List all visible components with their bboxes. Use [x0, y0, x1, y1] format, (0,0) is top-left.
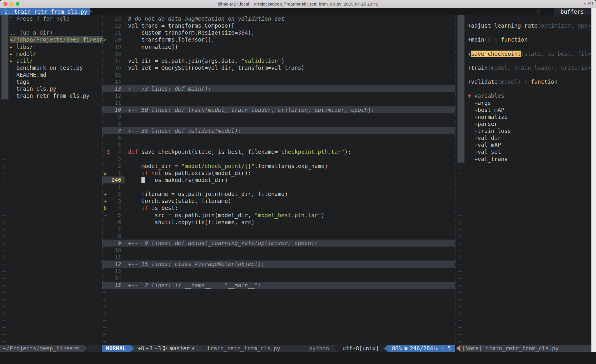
tree-item[interactable]: " Press ? for help	[0, 15, 101, 22]
tag-kind-header[interactable]: ▼ variables	[456, 92, 591, 99]
tag-function-item[interactable]: +train(model, train_loader, criterio>	[456, 64, 591, 71]
code-line[interactable]: 14	[102, 275, 455, 282]
window-separator-left[interactable]	[101, 15, 101, 345]
tree-item[interactable]: train_retr_from_cls.py	[0, 92, 101, 99]
code-line[interactable]: 11	[102, 254, 455, 260]
tree-item[interactable]: ▸ model/	[0, 50, 101, 57]
code-line[interactable]: 16val_set = QuerySet(root=val_dir, trans…	[102, 64, 455, 71]
code-line[interactable]: 14	[102, 78, 455, 85]
editor-panel[interactable]: 23# do not do data augmentation on valid…	[102, 15, 455, 345]
fold-summary[interactable]: +-- 2 lines: if __name__ == "__main__":	[128, 282, 261, 288]
tag-variable-item[interactable]: +val_dir	[456, 134, 591, 141]
chevron-right-icon[interactable]: ▸	[10, 44, 16, 50]
git-modified-count: ~3	[146, 345, 153, 352]
tab-train-retr-from-cls[interactable]: 1. train_retr_from_cls.py	[0, 8, 90, 15]
folded-code-line[interactable]: 12+-- 15 lines: class AverageMeter(objec…	[102, 260, 455, 267]
tree-item[interactable]: .. (up a dir)	[0, 29, 101, 36]
tree-item[interactable]: ▸ util/	[0, 57, 101, 64]
folded-code-line[interactable]: 13+-- 73 lines: def main():	[102, 85, 455, 92]
tree-item[interactable]: </jdhao/Projects/deep_firear>	[0, 36, 101, 43]
folded-code-line[interactable]: 15+-- 2 lines: if __name__ == "__main__"…	[102, 282, 455, 289]
code-line[interactable]: 15	[102, 71, 455, 78]
tag-variable-item[interactable]: +val_set	[456, 148, 591, 155]
fold-summary[interactable]: +-- 15 lines: class AverageMeter(object)…	[128, 261, 265, 267]
code-line[interactable]: 3	[102, 156, 455, 163]
code-line[interactable]: +3 torch.save(state, filename)	[102, 197, 455, 204]
code-line[interactable]: _34def save_checkpoint(state, is_best, f…	[102, 148, 455, 155]
terminal-scrollbar[interactable]	[591, 8, 596, 364]
tag-function-item[interactable]: +validate(model) : function	[456, 78, 591, 85]
empty-line-row: ~	[456, 204, 591, 211]
buffers-label[interactable]: buffers	[554, 8, 591, 15]
code-line[interactable]: 8	[102, 233, 455, 240]
tag-variable-item[interactable]: +val_trans	[456, 156, 591, 163]
gutter: 6	[102, 134, 125, 141]
gutter: 22	[102, 22, 125, 29]
code-text	[128, 268, 455, 275]
powerline-arrow-icon	[198, 345, 202, 352]
tree-item[interactable]: README.md	[0, 71, 101, 78]
empty-line-row: ~	[0, 120, 101, 127]
tree-item[interactable]: ▸ libs/	[0, 43, 101, 50]
tilde-marker: ~	[2, 268, 6, 274]
fold-summary[interactable]: +-- 35 lines: def validate(model):	[128, 128, 241, 134]
blank-row	[456, 15, 591, 22]
code-line[interactable]: 21 custom_transform.Resize(size=384),	[102, 29, 455, 36]
code-line[interactable]: 9	[102, 113, 455, 120]
tree-item[interactable]: tags	[0, 78, 101, 85]
code-line[interactable]: 13	[102, 268, 455, 275]
line-position: 246/284	[410, 345, 433, 352]
folded-code-line[interactable]: 10+-- 50 lines: def train(model, train_l…	[102, 106, 455, 113]
code-line[interactable]: ~5 src = os.path.join(model_dir, "model_…	[102, 212, 455, 219]
tree-item[interactable]: benchmark_on_test.py	[0, 64, 101, 71]
tilde-marker: ~	[2, 107, 6, 113]
code-line[interactable]: 10	[102, 247, 455, 254]
tag-variable-item[interactable]: +best_mAP	[456, 106, 591, 113]
code-line[interactable]: 8	[102, 120, 455, 127]
code-line[interactable]: 5	[102, 141, 455, 148]
tabline: 1. train_retr_from_cls.py buffers	[0, 8, 596, 15]
code-line[interactable]: 17val_dir = os.path.join(args.data, "val…	[102, 57, 455, 64]
chevron-right-icon[interactable]: ▸	[10, 51, 16, 57]
folded-code-line[interactable]: 7+-- 35 lines: def validate(model):	[102, 127, 455, 134]
code-line[interactable]: 23# do not do data augmentation on valid…	[102, 15, 455, 22]
tilde-marker: ~	[458, 303, 462, 309]
code-line[interactable]: 19 normalize])	[102, 43, 455, 50]
tag-variable-item[interactable]: +val_mAP	[456, 141, 591, 148]
tree-item[interactable]: train_cls.py	[0, 85, 101, 92]
code-line[interactable]: 1	[102, 183, 455, 190]
window-separator-right[interactable]	[455, 15, 455, 345]
code-line[interactable]: 6	[102, 134, 455, 141]
code-line[interactable]: 20 transforms.ToTensor(),	[102, 36, 455, 43]
indent-guide	[143, 219, 143, 226]
code-line[interactable]: 6 shutil.copyfile(filename, src)	[102, 219, 455, 226]
tag-variable-item[interactable]: +normalize	[456, 113, 591, 120]
tag-function-item[interactable]: +adjust_learning_rate(optimizer, epo>	[456, 22, 591, 29]
command-line[interactable]	[0, 352, 596, 364]
code-line[interactable]: +2 filename = os.path.join(model_dir, fi…	[102, 190, 455, 197]
tag-variable-item[interactable]: +args	[456, 99, 591, 106]
code-text	[128, 99, 455, 106]
fold-summary[interactable]: +-- 73 lines: def main():	[128, 85, 211, 92]
tag-function-item[interactable]: +save_checkpoint(state, is_best, fil>	[456, 50, 591, 57]
folded-code-line[interactable]: 9+-- 9 lines: def adjust_learning_rate(o…	[102, 240, 455, 247]
tag-variable-item[interactable]: +train_loss	[456, 127, 591, 134]
code-line[interactable]: 12	[102, 92, 455, 99]
token: (optimizer, epo>	[538, 22, 591, 29]
code-line[interactable]: 7	[102, 226, 455, 233]
code-line[interactable]: 18	[102, 50, 455, 57]
line-number: 7	[109, 128, 121, 134]
code-line[interactable]: a1 if not os.path.exists(model_dir):	[102, 169, 455, 176]
code-line[interactable]: 246 os.makedirs(model_dir)	[102, 176, 455, 183]
code-line[interactable]: 11	[102, 99, 455, 106]
code-line[interactable]: 22val_trans = transforms.Compose([	[102, 22, 455, 29]
code-line[interactable]: ~2 model_dir = "model/check_point/{}".fo…	[102, 163, 455, 169]
empty-line-row: ~	[0, 254, 101, 260]
fold-summary[interactable]: +-- 50 lines: def train(model, train_loa…	[128, 107, 374, 113]
code-line[interactable]: b4 if is_best:	[102, 204, 455, 211]
chevron-right-icon[interactable]: ▸	[10, 58, 16, 64]
tag-variable-item[interactable]: +parser	[456, 120, 591, 127]
code-text	[128, 134, 455, 141]
tag-function-item[interactable]: +main() : function	[456, 36, 591, 43]
fold-summary[interactable]: +-- 9 lines: def adjust_learning_rate(op…	[128, 240, 318, 246]
